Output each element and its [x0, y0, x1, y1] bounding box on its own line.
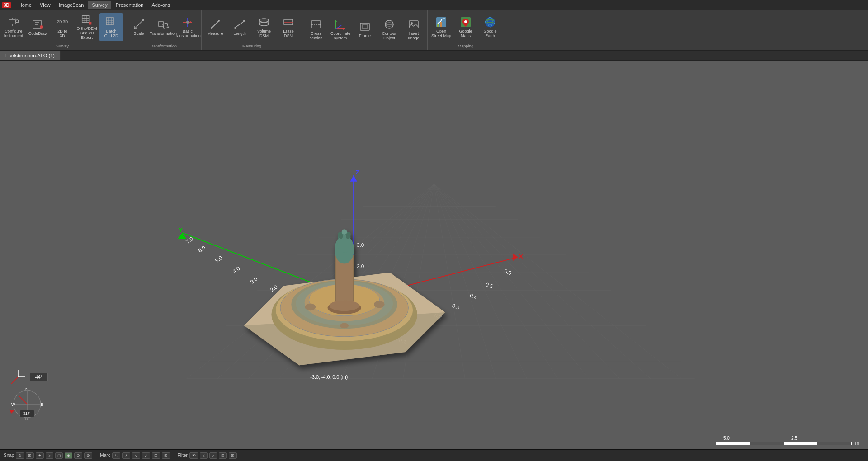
svg-point-66: [464, 20, 467, 23]
svg-line-97: [434, 184, 681, 379]
svg-marker-157: [9, 408, 14, 414]
svg-text:3D: 3D: [63, 19, 68, 24]
snap-point-button[interactable]: ✦: [36, 452, 44, 459]
cross-section-button[interactable]: Crosssection: [304, 15, 328, 43]
google-maps-button[interactable]: GoogleMaps: [454, 13, 477, 41]
contour-object-button[interactable]: ContourObject: [377, 15, 401, 43]
svg-line-52: [336, 25, 341, 29]
toolbar: ConfigureInstrument C CodeDraw 2D 3D: [0, 10, 868, 51]
frame-button[interactable]: Frame: [353, 15, 377, 43]
svg-line-4: [15, 19, 17, 19]
coordinate-system-button[interactable]: Coordinatesystem: [329, 15, 352, 43]
insert-image-button[interactable]: InsertImage: [402, 15, 425, 43]
svg-text:S: S: [25, 417, 28, 421]
filter-btn-4[interactable]: ⊟: [219, 452, 227, 459]
mark-label: Mark: [100, 453, 110, 458]
svg-text:1.0: 1.0: [357, 283, 364, 289]
svg-point-126: [271, 279, 417, 350]
viewport[interactable]: Y X Z 7.0 6.0 5.0 4.0 3.0 2.0 1.0 0.9 0.…: [0, 61, 868, 449]
svg-line-85: [310, 184, 434, 379]
snap-edge-button[interactable]: ▷: [46, 452, 53, 459]
snap-grid-button[interactable]: ⊞: [26, 452, 34, 459]
mark-btn-3[interactable]: ↘: [132, 452, 140, 459]
mark-btn-4[interactable]: ↙: [142, 452, 150, 459]
svg-line-96: [434, 184, 651, 379]
toolbar-group-survey: ConfigureInstrument C CodeDraw 2D 3D: [0, 10, 125, 50]
svg-point-3: [16, 20, 19, 23]
measure-button[interactable]: Measure: [203, 13, 227, 41]
configure-instrument-button[interactable]: ConfigureInstrument: [2, 13, 25, 41]
svg-text:3.0: 3.0: [249, 276, 259, 285]
filter-btn-5[interactable]: ⊞: [229, 452, 237, 459]
transformation-tools: Scale Transformation Basictransf: [127, 11, 199, 43]
svg-point-132: [309, 284, 379, 316]
transformation-button[interactable]: Transformation: [151, 13, 175, 41]
mark-btn-5[interactable]: ⊡: [152, 452, 160, 459]
tools-group-label: [304, 48, 425, 49]
scale-button[interactable]: Scale: [127, 13, 151, 41]
svg-line-82: [217, 184, 434, 379]
snap-face-button[interactable]: ◻: [55, 452, 63, 459]
svg-point-138: [338, 231, 350, 243]
codedraw-button[interactable]: C CodeDraw: [26, 13, 50, 41]
basic-transformation-button[interactable]: Basictransformation: [176, 13, 199, 41]
scale-bar: 5.0 2.5 m: [716, 436, 859, 446]
snap-custom-button[interactable]: ⊙: [74, 452, 82, 459]
svg-marker-103: [350, 175, 357, 182]
svg-marker-124: [244, 273, 445, 365]
svg-point-143: [305, 304, 316, 311]
tab-eselsbrunnen[interactable]: Eselsbrunnen.ALO (1): [0, 51, 61, 60]
erase-dsm-button[interactable]: EraseDSM: [277, 13, 300, 41]
svg-point-141: [345, 231, 352, 240]
google-earth-button[interactable]: GoogleEarth: [478, 13, 502, 41]
measuring-tools: Measure Length VolumeDSM: [203, 11, 300, 43]
svg-point-37: [218, 20, 220, 22]
2d-to-3d-button[interactable]: 2D 3D 2D to3D: [51, 13, 74, 41]
svg-marker-54: [335, 20, 337, 22]
svg-rect-56: [362, 25, 368, 28]
snap-off-button[interactable]: ⊘: [16, 452, 24, 459]
svg-marker-99: [178, 233, 187, 239]
svg-line-98: [182, 233, 354, 299]
filter-label: Filter: [178, 453, 188, 458]
measuring-group-label: Measuring: [203, 44, 300, 49]
scale-labels: 5.0 2.5: [723, 436, 859, 441]
svg-line-90: [434, 184, 465, 379]
open-street-map-button[interactable]: OpenStreet Map: [429, 13, 453, 41]
filter-btn-2[interactable]: ◁: [200, 452, 208, 459]
svg-rect-60: [409, 21, 418, 28]
scale-unit: m: [855, 441, 859, 446]
menu-presentation[interactable]: Presentation: [112, 1, 147, 9]
svg-marker-35: [190, 21, 192, 23]
angle-indicator: 44°: [9, 368, 48, 386]
svg-text:0.3: 0.3: [451, 302, 460, 310]
volume-dsm-button[interactable]: VolumeDSM: [252, 13, 276, 41]
menu-imagescan[interactable]: ImageScan: [55, 1, 88, 9]
svg-text:2.0: 2.0: [269, 283, 278, 292]
svg-text:4.0: 4.0: [231, 265, 241, 274]
filter-btn-1[interactable]: 👁: [189, 452, 198, 459]
svg-point-128: [280, 279, 408, 337]
menu-home[interactable]: Home: [15, 1, 35, 9]
transformation-group-label: Transformation: [127, 44, 199, 49]
snap-extra-button[interactable]: ⊕: [84, 452, 92, 459]
mark-btn-2[interactable]: ↗: [122, 452, 130, 459]
svg-marker-125: [244, 273, 445, 325]
length-button[interactable]: Length: [228, 13, 251, 41]
svg-text:0.5: 0.5: [485, 281, 494, 289]
snap-label: Snap: [4, 453, 14, 458]
svg-point-145: [340, 323, 349, 329]
svg-line-95: [434, 184, 619, 379]
mark-btn-1[interactable]: ↖: [112, 452, 120, 459]
menu-survey[interactable]: Survey: [88, 1, 111, 9]
menu-addons[interactable]: Add-ons: [148, 1, 174, 9]
ortho-dem-button[interactable]: Ortho/DEMGrid 2DExport: [75, 13, 99, 41]
menu-view[interactable]: View: [36, 1, 54, 9]
svg-text:W: W: [11, 402, 15, 407]
batch-grid-button[interactable]: BatchGrid 2D: [99, 13, 123, 41]
filter-btn-3[interactable]: ▷: [209, 452, 217, 459]
svg-point-139: [337, 235, 351, 253]
mark-section: Mark ↖ ↗ ↘ ↙ ⊡ ⊠: [100, 452, 174, 459]
mark-btn-6[interactable]: ⊠: [162, 452, 170, 459]
snap-vertex-button[interactable]: ◆: [65, 452, 72, 459]
